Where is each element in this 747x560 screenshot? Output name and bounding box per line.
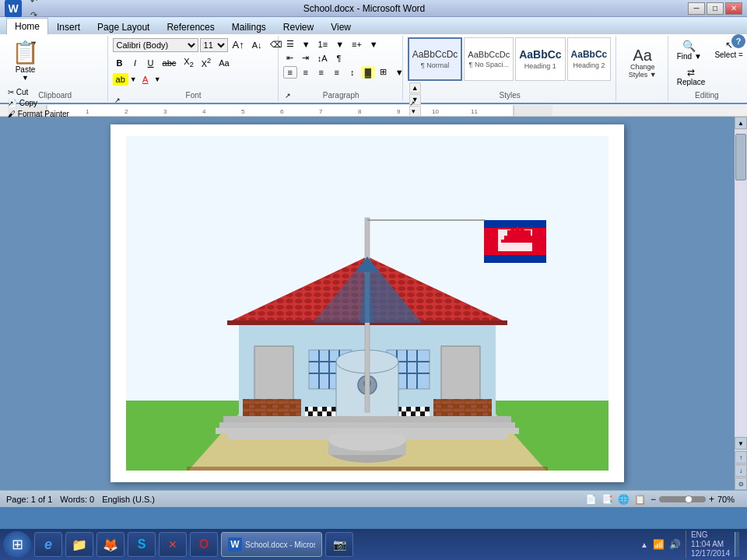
change-styles-label: ChangeStyles ▼ xyxy=(629,63,657,79)
change-styles-button[interactable]: Aa ChangeStyles ▼ xyxy=(625,44,661,82)
font-size-select[interactable]: 11 xyxy=(200,38,228,52)
svg-text:7: 7 xyxy=(319,108,323,115)
align-left-button[interactable]: ≡ xyxy=(283,66,297,79)
multilevel-button[interactable]: ≡+ xyxy=(349,38,365,51)
highlight-button[interactable]: ab xyxy=(113,73,128,86)
taskbar-opera[interactable]: O xyxy=(190,532,218,557)
borders-button[interactable]: ⊞ xyxy=(377,65,391,79)
increase-indent[interactable]: ⇥ xyxy=(299,51,313,65)
find-button[interactable]: 🔍 Find ▼ xyxy=(673,37,706,63)
recycle-icon: ✕ xyxy=(168,538,177,551)
subscript-button[interactable]: X2 xyxy=(181,55,196,70)
zoom-slider[interactable] xyxy=(659,496,706,502)
ribbon: 📋 Paste ▼ ✂ Cut 📄 Copy 🖌 Format Painter … xyxy=(0,34,747,104)
tab-home[interactable]: Home xyxy=(6,18,48,35)
document-area: ▲ ▼ ↑ ↓ ⊙ xyxy=(0,117,747,490)
style-nospace[interactable]: AaBbCcDc ¶ No Spaci... xyxy=(464,37,514,81)
superscript-button[interactable]: X2 xyxy=(198,55,214,70)
taskbar-firefox[interactable]: 🦊 xyxy=(96,532,124,557)
tab-references[interactable]: References xyxy=(158,19,223,35)
sort-button[interactable]: ↕A xyxy=(314,52,331,65)
vertical-scrollbar[interactable]: ▲ ▼ ↑ ↓ ⊙ xyxy=(735,117,747,490)
list-row: ☰ ▼ 1≡ ▼ ≡+ ▼ xyxy=(283,37,381,51)
opera-icon: O xyxy=(199,537,209,551)
taskbar-explorer[interactable]: 📁 xyxy=(65,532,93,557)
bullets-button[interactable]: ☰ xyxy=(283,37,297,51)
paste-dropdown[interactable]: ▼ xyxy=(22,74,29,82)
shrink-font-button[interactable]: A↓ xyxy=(249,39,265,51)
tab-view[interactable]: View xyxy=(322,19,359,35)
justify-button[interactable]: ≡ xyxy=(330,66,344,79)
minimize-button[interactable]: ─ xyxy=(688,2,705,15)
highlight-dropdown[interactable]: ▼ xyxy=(130,75,137,83)
taskbar-skype[interactable]: S xyxy=(128,532,156,557)
change-case-button[interactable]: Aa xyxy=(216,57,232,69)
page-up-button[interactable]: ↑ xyxy=(735,451,747,464)
numbering-dropdown[interactable]: ▼ xyxy=(332,38,347,51)
paste-button[interactable]: 📋 Paste ▼ xyxy=(6,37,44,84)
bullets-dropdown[interactable]: ▼ xyxy=(299,38,314,51)
svg-rect-75 xyxy=(501,240,537,243)
scroll-down-button[interactable]: ▼ xyxy=(735,437,747,450)
style-h1-preview: AaBbCc xyxy=(519,48,561,61)
tray-clock[interactable]: ENG 11:04 AM 12/17/2014 xyxy=(686,530,730,558)
taskbar-word[interactable]: W School.docx - Micros... xyxy=(221,532,322,557)
view-outline-button[interactable]: 📋 xyxy=(634,494,646,505)
scroll-thumb[interactable] xyxy=(735,134,746,180)
line-spacing-button[interactable]: ↕ xyxy=(345,66,359,79)
tab-page-layout[interactable]: Page Layout xyxy=(89,19,158,35)
strikethrough-button[interactable]: abc xyxy=(160,57,180,69)
show-marks-button[interactable]: ¶ xyxy=(332,52,346,65)
zoom-out-button[interactable]: − xyxy=(651,494,656,505)
styles-expand[interactable]: ↗ xyxy=(408,100,417,107)
bold-button[interactable]: B xyxy=(113,57,127,69)
tab-mailings[interactable]: Mailings xyxy=(223,19,275,35)
view-print-button[interactable]: 📄 xyxy=(585,494,597,505)
style-more[interactable]: ▾ xyxy=(409,106,421,117)
replace-button[interactable]: ⇄ Replace xyxy=(673,65,710,89)
tab-insert[interactable]: Insert xyxy=(48,19,89,35)
style-h1[interactable]: AaBbCc Heading 1 xyxy=(515,37,565,81)
align-right-button[interactable]: ≡ xyxy=(314,66,328,79)
taskbar-recycle[interactable]: ✕ xyxy=(159,532,187,557)
start-button[interactable]: ⊞ xyxy=(3,531,31,558)
taskbar-media[interactable]: 📷 xyxy=(325,532,353,557)
word-taskbar-label: School.docx - Micros... xyxy=(245,541,315,549)
select-button[interactable]: ↖ Select = xyxy=(710,37,746,61)
italic-button[interactable]: I xyxy=(128,57,142,69)
view-full-button[interactable]: 📑 xyxy=(601,494,613,505)
zoom-thumb[interactable] xyxy=(685,495,693,503)
font-color-button[interactable]: A xyxy=(139,73,153,86)
numbering-button[interactable]: 1≡ xyxy=(315,38,331,51)
taskbar-ie[interactable]: e xyxy=(34,532,62,557)
ruler-svg: 1 2 3 4 5 6 7 8 9 10 11 xyxy=(8,105,552,116)
browse-select-button[interactable]: ⊙ xyxy=(735,478,747,490)
restore-button[interactable]: □ xyxy=(707,2,724,15)
grow-font-button[interactable]: A↑ xyxy=(230,37,247,52)
undo-btn2[interactable]: ↶ xyxy=(26,0,40,9)
clipboard-expand[interactable]: ↗ xyxy=(6,100,16,107)
multilevel-dropdown[interactable]: ▼ xyxy=(366,38,381,51)
style-normal[interactable]: AaBbCcDc ¶ Normal xyxy=(408,37,463,81)
word-taskbar-icon: W xyxy=(228,537,242,551)
zoom-in-button[interactable]: + xyxy=(709,494,714,505)
ribbon-tabs: Home Insert Page Layout References Maili… xyxy=(0,17,747,34)
page-down-button[interactable]: ↓ xyxy=(735,464,747,477)
media-icon: 📷 xyxy=(333,538,346,551)
tab-review[interactable]: Review xyxy=(275,19,322,35)
underline-button[interactable]: U xyxy=(144,57,158,69)
close-button[interactable]: ✕ xyxy=(725,2,742,15)
show-desktop-button[interactable] xyxy=(735,532,739,557)
view-web-button[interactable]: 🌐 xyxy=(618,494,630,505)
font-color-dropdown[interactable]: ▼ xyxy=(154,75,161,83)
tray-volume[interactable]: 🔊 xyxy=(669,539,681,550)
decrease-indent[interactable]: ⇤ xyxy=(283,51,297,65)
tray-hide[interactable]: ▲ xyxy=(640,541,648,549)
scroll-track[interactable] xyxy=(735,130,746,436)
scroll-up-button[interactable]: ▲ xyxy=(735,117,747,129)
align-center-button[interactable]: ≡ xyxy=(299,66,313,79)
font-family-select[interactable]: Calibri (Body) xyxy=(113,38,198,52)
document-scroll-area[interactable] xyxy=(0,117,735,490)
style-h2[interactable]: AaBbCc Heading 2 xyxy=(567,37,612,81)
shading-button[interactable]: ▓ xyxy=(361,66,375,79)
